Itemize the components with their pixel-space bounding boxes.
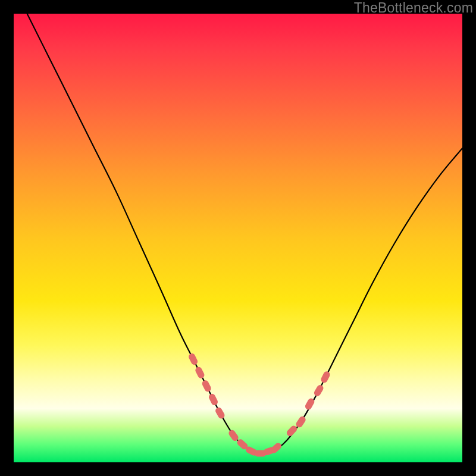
curve-path	[27, 14, 462, 453]
bead	[201, 379, 212, 393]
bead	[214, 406, 226, 420]
bead	[313, 384, 325, 397]
bead	[295, 415, 306, 429]
chart-svg	[14, 14, 462, 462]
bead	[195, 366, 206, 380]
bead	[286, 424, 299, 437]
bead	[208, 393, 219, 406]
watermark-text: TheBottleneck.com	[354, 0, 473, 16]
chart-frame	[14, 14, 462, 462]
bottleneck-curve	[27, 14, 462, 453]
bead	[320, 370, 331, 384]
highlighted-beads	[187, 352, 331, 456]
bead	[187, 352, 199, 366]
